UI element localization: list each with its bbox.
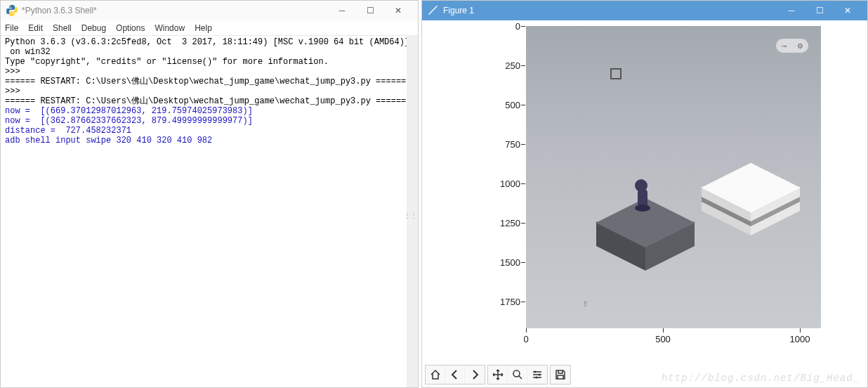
- menu-debug[interactable]: Debug: [81, 23, 106, 33]
- menu-help[interactable]: Help: [195, 23, 212, 33]
- share-icon: ⇪: [582, 299, 588, 309]
- svg-point-5: [536, 377, 538, 379]
- watermark: http://blog.csdn.net/Big_Head_: [662, 373, 860, 384]
- ytick-label: 1250: [478, 218, 520, 228]
- prompt-line: >>>: [5, 67, 414, 77]
- output-line: now = [(669.37012987012963, 219.75974025…: [5, 106, 414, 116]
- menu-file[interactable]: File: [5, 23, 18, 33]
- ytick-label: 250: [478, 60, 520, 71]
- xtick-label: 500: [655, 334, 671, 344]
- gear-icon: ⚙: [797, 42, 803, 50]
- python-icon: [6, 5, 18, 16]
- menu-shell[interactable]: Shell: [53, 23, 72, 33]
- figure-window: Figure 1 ─ ☐ ✕ 0 250 500 750 1000 1250 1…: [421, 0, 868, 388]
- figure-titlebar[interactable]: Figure 1 ─ ☐ ✕: [422, 1, 867, 20]
- python-shell-window: *Python 3.6.3 Shell* ─ ☐ ✕ File Edit She…: [0, 0, 419, 388]
- image-controls[interactable]: ⊸⚙: [776, 39, 808, 53]
- shell-menubar: File Edit Shell Debug Options Window Hel…: [1, 20, 418, 36]
- output-line: on win32: [5, 47, 414, 57]
- output-line: Type "copyright", "credits" or "license(…: [5, 57, 414, 67]
- shell-title: *Python 3.6.3 Shell*: [22, 6, 328, 15]
- output-line: distance = 727.458232371: [5, 126, 414, 136]
- xtick-label: 1000: [790, 334, 810, 344]
- maximize-button[interactable]: ☐: [805, 1, 834, 20]
- menu-options[interactable]: Options: [116, 23, 145, 33]
- shell-titlebar[interactable]: *Python 3.6.3 Shell* ─ ☐ ✕: [1, 1, 418, 20]
- ytick-label: 0: [478, 21, 520, 32]
- scrollbar[interactable]: ⋮⋮: [407, 36, 418, 387]
- prompt-line: >>>: [5, 86, 414, 96]
- minimize-button[interactable]: ─: [777, 1, 805, 20]
- svg-point-4: [539, 374, 541, 376]
- xtick-label: 0: [523, 334, 528, 344]
- figure-title: Figure 1: [443, 6, 777, 15]
- slider-icon: ⊸: [781, 42, 787, 50]
- figure-canvas[interactable]: 0 250 500 750 1000 1250 1500 1750 0 500 …: [422, 20, 867, 387]
- output-line: Python 3.6.3 (v3.6.3:2c5fed8, Oct 3 2017…: [5, 37, 414, 47]
- ytick-label: 500: [478, 100, 520, 110]
- close-button[interactable]: ✕: [834, 1, 862, 20]
- menu-window[interactable]: Window: [154, 23, 185, 33]
- output-line: adb shell input swipe 320 410 320 410 98…: [5, 136, 414, 146]
- svg-point-0: [10, 6, 11, 7]
- svg-point-3: [534, 371, 537, 373]
- shell-output[interactable]: Python 3.6.3 (v3.6.3:2c5fed8, Oct 3 2017…: [1, 36, 418, 387]
- home-button[interactable]: [426, 366, 445, 384]
- restart-line: ====== RESTART: C:\Users\佛山\Desktop\wech…: [5, 77, 414, 86]
- ytick-label: 1750: [478, 297, 520, 307]
- player-pawn: [635, 179, 650, 212]
- scrollbar-grip-icon: ⋮⋮: [404, 212, 416, 219]
- configure-button[interactable]: [527, 366, 547, 384]
- score-indicator: [610, 68, 622, 79]
- pan-button[interactable]: [488, 366, 508, 384]
- game-screenshot: ⊸⚙: [526, 26, 821, 328]
- ytick-label: 1000: [478, 179, 520, 189]
- zoom-button[interactable]: [508, 366, 527, 384]
- minimize-button[interactable]: ─: [328, 1, 356, 20]
- close-button[interactable]: ✕: [384, 1, 412, 20]
- output-line: now = [(362.87662337662323, 879.49999999…: [5, 116, 414, 126]
- menu-edit[interactable]: Edit: [28, 23, 43, 33]
- forward-button[interactable]: [465, 366, 485, 384]
- back-button[interactable]: [445, 366, 465, 384]
- plot-area: 0 250 500 750 1000 1250 1500 1750 0 500 …: [478, 26, 829, 346]
- svg-point-1: [13, 14, 15, 15]
- feather-icon: [428, 5, 439, 16]
- svg-point-2: [513, 370, 520, 377]
- mpl-toolbar: [425, 365, 571, 384]
- save-button[interactable]: [551, 366, 570, 384]
- ytick-label: 1500: [478, 257, 520, 268]
- maximize-button[interactable]: ☐: [356, 1, 384, 20]
- restart-line: ====== RESTART: C:\Users\佛山\Desktop\wech…: [5, 96, 414, 106]
- ytick-label: 750: [478, 139, 520, 150]
